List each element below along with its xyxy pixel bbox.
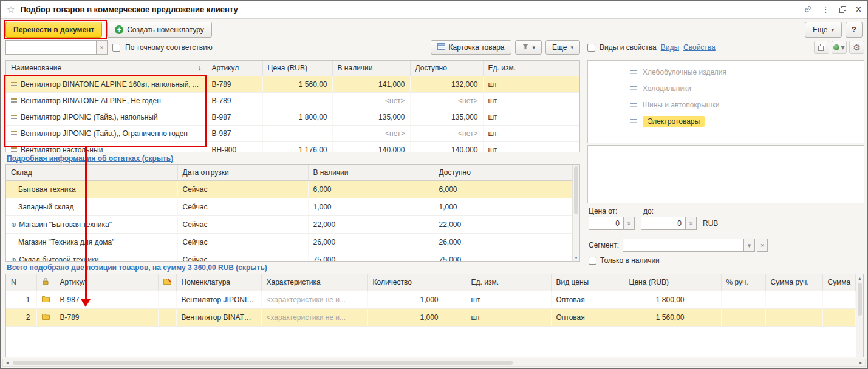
- stock-details-link[interactable]: Подробная информация об остатках (скрыть…: [7, 154, 173, 163]
- stock-scrollbar-thumb[interactable]: [574, 166, 578, 214]
- type-item[interactable]: Хлебобулочные изделия: [588, 64, 864, 80]
- add-dropdown-button[interactable]: ▾: [832, 41, 847, 54]
- col-header-sum[interactable]: Сумма: [822, 274, 856, 291]
- product-price: 1 800,00: [262, 109, 332, 125]
- types-list: Хлебобулочные изделияХолодильникиШины и …: [587, 60, 864, 143]
- stock-row[interactable]: Западный складСейчас1,0001,000: [6, 198, 572, 215]
- more-vert-icon[interactable]: ⋮: [822, 5, 830, 13]
- stock-row[interactable]: ⊕Склад бытовой техникиСейчас75,00075,000: [6, 251, 572, 262]
- expand-icon[interactable]: ⊕: [11, 256, 16, 262]
- stock-row[interactable]: Бытовая техникаСейчас6,0006,000: [6, 180, 572, 198]
- product-row[interactable]: Вентилятор BINATONE ALPINE, Не годенB-78…: [6, 92, 579, 109]
- col-header-article[interactable]: Артикул: [207, 61, 262, 76]
- col-header-stock[interactable]: В наличии: [308, 165, 434, 180]
- scroll-right-icon[interactable]: ▸: [856, 360, 865, 365]
- titlebar: ☆ Подбор товаров в коммерческое предложе…: [1, 1, 867, 19]
- price-from-clear-icon[interactable]: ×: [624, 217, 635, 230]
- types-link[interactable]: Виды: [661, 43, 679, 52]
- close-window-icon[interactable]: ×: [856, 5, 861, 15]
- stock-warehouse: Западный склад: [6, 198, 177, 215]
- more-button-list[interactable]: Еще ▾: [545, 40, 580, 55]
- product-in-stock: 140,000: [332, 141, 410, 152]
- product-name-label: Вентилятор JIPONIC (Тайв.),, Ограниченно…: [21, 129, 188, 138]
- transfer-to-document-button[interactable]: Перенести в документ: [5, 22, 102, 38]
- stock-table-container: Склад Дата отгрузки В наличии Доступно Б…: [5, 164, 580, 262]
- create-nomenclature-button[interactable]: + Создать номенклатуру: [107, 22, 212, 38]
- help-button[interactable]: ?: [846, 22, 863, 38]
- product-row[interactable]: Вентилятор JIPONIC (Тайв.),, Ограниченно…: [6, 125, 579, 141]
- col-header-in-stock[interactable]: В наличии: [332, 61, 410, 76]
- types-properties-checkbox[interactable]: [587, 44, 595, 52]
- segment-input[interactable]: [623, 239, 744, 252]
- stock-warehouse: ⊕Магазин "Бытовая техника": [6, 215, 177, 233]
- segment-dropdown-icon[interactable]: ▾: [744, 239, 755, 252]
- window-title: Подбор товаров в коммерческое предложени…: [20, 5, 238, 14]
- stock-row[interactable]: ⊕Магазин "Бытовая техника"Сейчас22,00022…: [6, 215, 572, 233]
- properties-link[interactable]: Свойства: [683, 43, 716, 52]
- price-from-input[interactable]: [589, 217, 624, 230]
- scroll-up-icon[interactable]: ▴: [856, 274, 863, 282]
- product-row[interactable]: Вентилятор JIPONIC (Тайв.), напольныйB-9…: [6, 109, 579, 125]
- picked-sum: [822, 291, 856, 308]
- product-row[interactable]: Вентилятор BINATONE ALPINE 160вт, наполь…: [6, 76, 579, 92]
- favorite-star-icon[interactable]: ☆: [7, 4, 15, 15]
- restore-window-icon[interactable]: [839, 6, 846, 13]
- copy-pages-button[interactable]: [814, 41, 829, 54]
- search-clear-icon[interactable]: ×: [97, 40, 108, 55]
- scroll-down-icon[interactable]: ▾: [573, 254, 579, 261]
- picked-sum: [822, 308, 856, 326]
- col-header-characteristic[interactable]: Характеристика: [261, 274, 367, 291]
- type-item[interactable]: Шины и автопокрышки: [588, 96, 864, 113]
- price-to-input[interactable]: [641, 217, 686, 230]
- product-card-button[interactable]: Карточка товара: [431, 40, 511, 55]
- col-header-stock-available[interactable]: Доступно: [434, 165, 572, 180]
- type-label: Электротовары: [643, 116, 705, 127]
- filter-button[interactable]: ▾: [515, 40, 542, 55]
- col-header-picked-article[interactable]: Артикул: [55, 274, 158, 291]
- picked-pct-manual: [721, 308, 765, 326]
- scroll-left-icon[interactable]: ◂: [3, 360, 12, 365]
- col-header-name[interactable]: Наименование↓: [6, 61, 207, 76]
- col-header-ship-date[interactable]: Дата отгрузки: [177, 165, 308, 180]
- stock-in-stock: 22,000: [308, 215, 434, 233]
- type-dash-icon: [630, 103, 637, 107]
- summary-link[interactable]: Всего подобрано две позиции товаров, на …: [7, 263, 267, 272]
- col-header-picked-price[interactable]: Цена (RUB): [624, 274, 721, 291]
- price-to-label: до:: [643, 207, 654, 215]
- segment-clear-icon[interactable]: ×: [757, 239, 768, 252]
- col-header-folder[interactable]: [158, 274, 176, 291]
- settings-button[interactable]: ⚙: [849, 41, 864, 54]
- col-header-price[interactable]: Цена (RUB): [262, 61, 332, 76]
- stock-scrollbar[interactable]: ▾: [572, 165, 579, 261]
- col-header-n[interactable]: N: [6, 274, 36, 291]
- picked-scrollbar-thumb[interactable]: [858, 283, 862, 316]
- picked-row[interactable]: 2B-789Вентилятор BINATON...<характеристи…: [6, 308, 856, 326]
- col-header-available[interactable]: Доступно: [410, 61, 483, 76]
- only-in-stock-checkbox[interactable]: [589, 257, 596, 265]
- col-header-price-type[interactable]: Вид цены: [551, 274, 624, 291]
- product-name-cell: Вентилятор BINATONE ALPINE 160вт, наполь…: [6, 76, 207, 92]
- col-header-unit[interactable]: Ед. изм.: [483, 61, 579, 76]
- type-item[interactable]: Электротовары: [588, 113, 864, 129]
- picked-row[interactable]: 1B-987Вентилятор JIPONIC (...<характерис…: [6, 291, 856, 308]
- col-header-sum-manual[interactable]: Сумма руч.: [765, 274, 822, 291]
- search-input[interactable]: [5, 40, 97, 55]
- copy-link-icon[interactable]: [803, 5, 812, 13]
- horizontal-scrollbar-thumb[interactable]: [13, 361, 513, 365]
- product-row[interactable]: Вентилятор настольныйВН-9001 176,00140,0…: [6, 141, 579, 152]
- col-header-lock[interactable]: [36, 274, 55, 291]
- more-button-top[interactable]: Еще ▾: [805, 22, 842, 38]
- col-header-warehouse[interactable]: Склад: [6, 165, 177, 180]
- expand-icon[interactable]: ⊕: [11, 221, 16, 228]
- horizontal-scrollbar[interactable]: ◂ ▸: [2, 359, 866, 367]
- price-to-clear-icon[interactable]: ×: [686, 217, 697, 230]
- col-header-pct-manual[interactable]: % руч.: [721, 274, 765, 291]
- exact-match-checkbox[interactable]: [112, 44, 120, 52]
- col-header-quantity[interactable]: Количество: [367, 274, 466, 291]
- picked-scrollbar[interactable]: ▴: [856, 274, 863, 357]
- type-label: Хлебобулочные изделия: [643, 68, 726, 76]
- col-header-picked-unit[interactable]: Ед. изм.: [466, 274, 551, 291]
- stock-row[interactable]: Магазин "Техника для дома"Сейчас26,00026…: [6, 233, 572, 251]
- type-item[interactable]: Холодильники: [588, 80, 864, 96]
- col-header-nomenclature[interactable]: Номенклатура: [176, 274, 261, 291]
